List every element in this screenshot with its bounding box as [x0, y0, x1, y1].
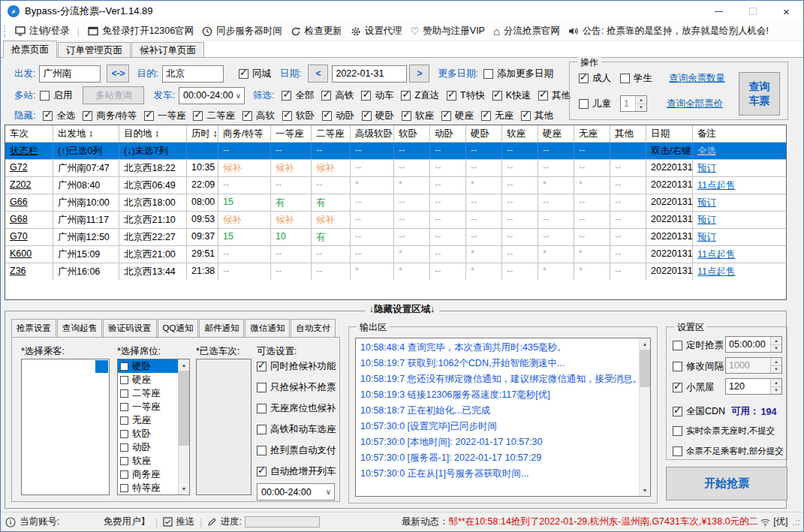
hidden-area-toggle[interactable]: ↓隐藏设置区域↓ [365, 303, 440, 316]
spinner-arrows[interactable]: ▲▼ [635, 96, 646, 111]
timed-grab-spinner[interactable]: 05:00:00▲▼ [725, 336, 782, 353]
menu-item-5[interactable]: ♡赞助与注册VIP [411, 25, 485, 38]
hide-checkbox-2[interactable]: 一等座 [144, 110, 186, 122]
table-row-7[interactable]: Z36广州16:06北京西13:4421:38------**--*--**--… [5, 263, 786, 280]
column-header-14[interactable]: 其他 [610, 125, 646, 142]
settings-tab-5[interactable]: 微信通知 [245, 319, 290, 337]
output-scrollbar[interactable]: ▲▼ [639, 338, 650, 496]
cell[interactable]: 11点起售 [693, 177, 786, 194]
hide-checkbox-0[interactable]: 全选 [43, 110, 75, 122]
hide-checkbox-8[interactable]: 软座 [402, 110, 434, 122]
grab-option-checkbox[interactable]: 无座席位也候补 [257, 402, 336, 415]
grab-option-checkbox[interactable]: 自动抢增开列车 [257, 465, 336, 478]
adult-checkbox[interactable]: 成人 [579, 72, 611, 85]
column-header-16[interactable]: 备注 [693, 125, 786, 142]
cell[interactable]: 全选 [693, 143, 786, 159]
minimize-button[interactable] [702, 1, 736, 22]
hide-checkbox-9[interactable]: 硬座 [441, 110, 474, 122]
filter-checkbox-5[interactable]: K快速 [492, 89, 531, 102]
column-header-0[interactable]: 车次 [5, 125, 53, 142]
table-row-6[interactable]: K600广州15:09北京西21:0029:51--------*--*--**… [5, 245, 786, 263]
column-header-7[interactable]: 高级软卧 [351, 125, 394, 142]
table-row-5[interactable]: G70广州南12:50北京西22:2709:371510有-----------… [5, 228, 786, 245]
output-log[interactable]: 10:58:48:4 查询完毕，本次查询共用时:435毫秒。10:58:19:7… [355, 338, 651, 497]
settings-tab-2[interactable]: 验证码设置 [103, 319, 157, 337]
filter-checkbox-2[interactable]: 动车 [361, 89, 393, 102]
scroll-up-icon[interactable]: ▲ [640, 338, 650, 350]
settings-tab-6[interactable]: 自动支付 [291, 319, 336, 337]
grab-option-5[interactable]: 自动抢增开列车 [257, 465, 336, 478]
settings-tab-4[interactable]: 邮件通知 [199, 319, 244, 337]
scroll-down-icon[interactable]: ▼ [179, 483, 189, 494]
scroll-down-icon[interactable]: ▼ [640, 485, 650, 496]
filter-checkbox-3[interactable]: Z直达 [401, 89, 439, 102]
scroll-thumb[interactable] [179, 371, 189, 446]
menu-item-2[interactable]: 同步服务器时间 [202, 25, 282, 38]
table-row-2[interactable]: Z202广州08:40北京西06:4922:09------**--*--**-… [5, 176, 786, 194]
hide-checkbox-7[interactable]: 硬卧 [362, 110, 394, 122]
child-checkbox[interactable]: 儿童 [579, 98, 611, 110]
menu-item-4[interactable]: 设置代理 [351, 25, 402, 38]
menu-item-3[interactable]: 检查更新 [291, 25, 342, 38]
cell[interactable]: Z202 [5, 177, 53, 194]
menu-item-7[interactable]: 公告: 抢票靠的是坚持，放弃就是给别人机会! [568, 25, 769, 38]
start-grab-button[interactable]: 开始抢票 [666, 467, 787, 500]
settings-tab-1[interactable]: 查询起售 [57, 319, 102, 337]
column-header-4[interactable]: 商务/特等 [218, 125, 271, 142]
hide-checkbox-1[interactable]: 商务/特等 [83, 110, 136, 122]
query-remaining-link[interactable]: 查询余票数量 [669, 72, 725, 85]
student-checkbox[interactable]: 学生 [620, 72, 652, 85]
main-tab-2[interactable]: 候补订单页面 [131, 42, 204, 58]
column-header-5[interactable]: 一等座 [271, 125, 312, 142]
settings-tab-0[interactable]: 抢票设置 [11, 319, 56, 337]
scroll-up-icon[interactable]: ▲ [179, 359, 189, 371]
column-header-8[interactable]: 软卧 [394, 125, 430, 142]
cell[interactable]: 状态栏 [5, 143, 53, 159]
maximize-button[interactable] [736, 1, 769, 22]
cell[interactable]: 预订 [693, 160, 786, 176]
cell[interactable]: 预订 [693, 194, 786, 211]
column-header-9[interactable]: 动卧 [430, 125, 466, 142]
seat-scrollbar[interactable]: ▲▼ [178, 359, 189, 494]
hide-checkbox-3[interactable]: 二等座 [193, 110, 235, 122]
main-tab-0[interactable]: 抢票页面 [3, 41, 57, 58]
grab-time-select[interactable]: 00:00-24:00∨ [257, 483, 335, 500]
partial-submit-checkbox[interactable]: 余票不足乘客时,部分提交 [673, 446, 784, 457]
table-row-1[interactable]: G72广州南07:47北京西18:2210:35候补候补候补----------… [5, 159, 786, 176]
filter-checkbox-4[interactable]: T特快 [447, 89, 485, 102]
close-button[interactable]: × [769, 1, 803, 22]
column-header-1[interactable]: 出发地 ↕ [53, 125, 119, 142]
grab-option-4[interactable]: 抢到票自动支付 [257, 444, 336, 457]
spinner-arrows[interactable]: ▲▼ [770, 358, 781, 373]
column-header-2[interactable]: 目的地 ↕ [119, 125, 187, 142]
multi-enable-checkbox[interactable]: 启用 [40, 89, 72, 102]
timed-grab-checkbox[interactable]: 定时抢票 [673, 339, 724, 352]
settings-tab-3[interactable]: QQ通知 [158, 319, 199, 337]
cell[interactable]: G70 [5, 229, 53, 245]
to-input[interactable] [162, 65, 224, 83]
swap-button[interactable]: <-> [107, 65, 129, 83]
column-header-12[interactable]: 硬座 [538, 125, 574, 142]
menu-item-0[interactable]: 注销/登录 [15, 25, 69, 38]
spinner-arrows[interactable]: ▲▼ [770, 379, 781, 394]
cell[interactable]: 预订 [693, 212, 786, 228]
grab-option-0[interactable]: 同时抢候补功能 [257, 360, 336, 373]
column-header-13[interactable]: 无座 [574, 125, 610, 142]
menu-item-6[interactable]: ⌂分流抢票官网 [493, 25, 560, 38]
menu-item-1[interactable]: 免登录打开12306官网 [88, 25, 194, 38]
interval-checkbox[interactable]: 修改间隔 [673, 360, 724, 373]
blackroom-checkbox[interactable]: 小黑屋 [673, 381, 715, 394]
seat-listbox[interactable]: 硬卧硬座二等座一等座无座软卧动卧软座商务座特等座 ▲▼ [117, 359, 190, 495]
blackroom-spinner[interactable]: 120▲▼ [725, 378, 782, 395]
column-header-6[interactable]: 二等座 [312, 125, 351, 142]
grab-option-checkbox[interactable]: 只抢候补不抢票 [257, 381, 336, 394]
filter-checkbox-1[interactable]: 高铁 [321, 89, 354, 102]
passenger-listbox[interactable] [21, 359, 110, 495]
grab-option-checkbox[interactable]: 高铁和动车选座 [257, 423, 336, 436]
spinner-arrows[interactable]: ▲▼ [770, 337, 781, 352]
push-label[interactable]: 推送 [176, 515, 194, 528]
cdn-checkbox[interactable]: 全国CDN [673, 405, 725, 418]
interval-spinner[interactable]: 1000▲▼ [725, 357, 782, 374]
grab-option-1[interactable]: 只抢候补不抢票 [257, 381, 336, 394]
multi-query-button[interactable]: 多站查询 [83, 86, 144, 104]
